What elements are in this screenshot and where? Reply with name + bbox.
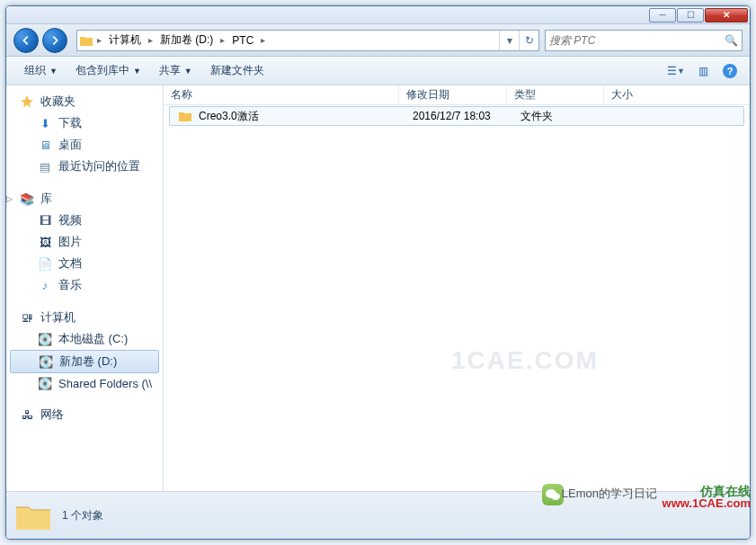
sidebar-item-downloads[interactable]: ⬇ 下载 [6,112,163,134]
videos-icon: 🎞 [37,213,53,228]
close-button[interactable]: ✕ [705,8,748,22]
folder-icon [177,109,193,123]
file-list-pane[interactable]: 名称 修改日期 类型 大小 Creo3.0激活 2016/12/7 18:03 … [164,85,750,491]
chevron-down-icon: ▼ [49,67,58,76]
file-name: Creo3.0激活 [199,109,259,124]
minimize-button[interactable]: ─ [649,8,676,22]
sidebar-item-label: 本地磁盘 (C:) [58,331,128,347]
maximize-button[interactable]: ☐ [677,8,704,22]
sidebar-item-label: 图片 [58,234,82,250]
arrow-right-icon [49,34,61,47]
sidebar-item-label: 文档 [58,255,82,272]
preview-pane-icon: ▥ [698,65,708,77]
refresh-button[interactable]: ↻ [519,31,538,50]
watermark-center: 1CAE.COM [451,346,599,375]
help-button[interactable]: ? [719,60,741,82]
address-bar[interactable]: ▸ 计算机 ▸ 新加卷 (D:) ▸ PTC ▸ ▾ ↻ [76,30,539,51]
desktop-icon: 🖥 [37,138,53,152]
sidebar-item-documents[interactable]: 📄 文档 [6,253,163,274]
favorites-label: 收藏夹 [40,94,76,110]
column-label: 名称 [171,87,192,103]
share-label: 共享 [159,63,181,78]
chevron-right-icon: ▸ [95,35,103,45]
column-type[interactable]: 类型 [507,85,604,104]
favorites-group: 收藏夹 ⬇ 下载 🖥 桌面 ▤ 最近访问的位置 [6,91,163,177]
explorer-window: ─ ☐ ✕ ▸ 计算机 ▸ 新加卷 (D:) ▸ PTC ▸ ▾ [5,5,751,540]
chevron-down-icon: ▼ [677,67,685,76]
sidebar-item-label: 视频 [58,212,82,228]
column-headers: 名称 修改日期 类型 大小 [164,85,750,105]
status-folder-icon [13,498,53,532]
include-in-library-menu[interactable]: 包含到库中 ▼ [67,59,150,82]
column-label: 大小 [611,87,633,103]
sidebar-item-shared-folders[interactable]: 💽 Shared Folders (\\ [6,373,163,393]
file-row[interactable]: Creo3.0激活 2016/12/7 18:03 文件夹 [169,106,744,126]
include-label: 包含到库中 [76,63,129,78]
network-icon: 🖧 [19,407,35,422]
chevron-down-icon: ▼ [133,67,141,76]
sidebar-item-drive-c[interactable]: 💽 本地磁盘 (C:) [6,328,163,350]
downloads-icon: ⬇ [37,116,53,130]
computer-group: 🖳 计算机 💽 本地磁盘 (C:) 💽 新加卷 (D:) 💽 Shared Fo… [6,307,163,393]
column-size[interactable]: 大小 [604,85,750,104]
wechat-icon [542,484,564,505]
preview-pane-button[interactable]: ▥ [692,60,714,82]
sidebar-item-label: Shared Folders (\\ [58,377,152,390]
new-folder-label: 新建文件夹 [210,63,264,78]
help-icon: ? [722,63,738,79]
recent-icon: ▤ [37,159,53,174]
breadcrumb-drive[interactable]: 新加卷 (D:) [155,31,218,50]
sidebar-item-recent[interactable]: ▤ 最近访问的位置 [6,156,163,177]
titlebar: ─ ☐ ✕ [6,6,750,24]
sidebar-item-label: 下载 [58,115,82,131]
column-label: 修改日期 [406,87,449,103]
refresh-icon: ↻ [525,34,534,47]
column-name[interactable]: 名称 [164,85,399,104]
sidebar-item-label: 音乐 [58,277,82,293]
watermark-red: www.1CAE.com [663,496,751,510]
drive-icon: 💽 [37,332,53,346]
watermark-gray: LEmon的学习日记 [562,486,657,502]
network-drive-icon: 💽 [37,376,53,390]
address-dropdown[interactable]: ▾ [499,31,519,50]
sidebar-item-label: 桌面 [58,137,82,153]
folder-icon [77,31,95,50]
back-button[interactable] [13,28,39,53]
music-icon: ♪ [37,278,53,292]
file-modified: 2016/12/7 18:03 [405,110,513,122]
arrow-left-icon [20,34,32,47]
sidebar-item-videos[interactable]: 🎞 视频 [6,210,163,231]
chevron-right-icon: ▸ [147,35,155,45]
sidebar-item-pictures[interactable]: 🖼 图片 [6,231,163,253]
sidebar-item-desktop[interactable]: 🖥 桌面 [6,134,163,156]
breadcrumb-computer[interactable]: 计算机 [103,31,147,50]
toolbar: 组织 ▼ 包含到库中 ▼ 共享 ▼ 新建文件夹 ☰▼ ▥ ? [6,57,750,85]
navbar: ▸ 计算机 ▸ 新加卷 (D:) ▸ PTC ▸ ▾ ↻ 🔍 [6,24,750,57]
share-menu[interactable]: 共享 ▼ [150,59,201,82]
favorites-header[interactable]: 收藏夹 [6,91,163,112]
network-header[interactable]: 🖧 网络 [6,404,163,425]
navigation-pane[interactable]: 收藏夹 ⬇ 下载 🖥 桌面 ▤ 最近访问的位置 ▷ 📚 [6,85,164,491]
view-options-button[interactable]: ☰▼ [665,60,687,82]
libraries-header[interactable]: ▷ 📚 库 [6,188,163,210]
organize-menu[interactable]: 组织 ▼ [15,59,67,82]
svg-point-3 [551,493,560,500]
network-label: 网络 [40,407,64,423]
column-label: 类型 [514,87,536,103]
sidebar-item-music[interactable]: ♪ 音乐 [6,274,163,296]
search-input[interactable] [549,34,725,47]
minimize-icon: ─ [659,10,665,20]
sidebar-item-drive-d[interactable]: 💽 新加卷 (D:) [10,350,159,373]
libraries-group: ▷ 📚 库 🎞 视频 🖼 图片 📄 文档 ♪ 音 [6,188,163,296]
chevron-right-icon: ▸ [218,35,227,45]
breadcrumb-folder[interactable]: PTC [227,31,259,50]
new-folder-button[interactable]: 新建文件夹 [201,59,273,82]
computer-header[interactable]: 🖳 计算机 [6,307,163,328]
column-modified[interactable]: 修改日期 [399,85,507,104]
forward-button[interactable] [42,28,67,53]
close-icon: ✕ [723,10,730,20]
documents-icon: 📄 [37,256,53,271]
network-group: 🖧 网络 [6,404,163,425]
search-box[interactable]: 🔍 [545,30,743,51]
expand-icon[interactable]: ▷ [6,194,13,203]
